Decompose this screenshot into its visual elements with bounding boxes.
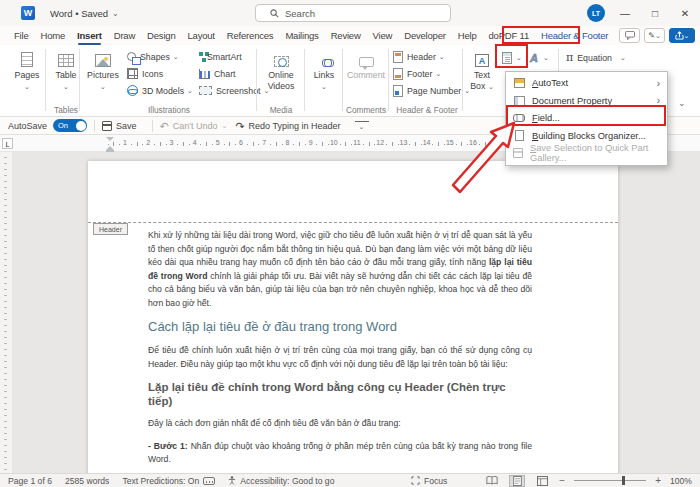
tab-stop-selector[interactable]: L xyxy=(2,138,13,149)
print-layout-button[interactable] xyxy=(509,475,525,487)
ribbon-group-illustrations: Pictures⌄ Shapes Icons 3D Models SmartAr… xyxy=(83,45,255,116)
screenshot-icon xyxy=(199,86,212,95)
links-button[interactable]: Links⌄ xyxy=(307,47,341,92)
zoom-level[interactable]: 100% xyxy=(670,476,692,486)
zoom-out-button[interactable]: − xyxy=(559,475,565,486)
focus-button[interactable]: Focus xyxy=(411,476,447,486)
footer-button[interactable]: Footer xyxy=(393,66,441,81)
ruler-number: 16 xyxy=(469,139,477,146)
text-predictions[interactable]: Text Predictions: On xyxy=(122,476,215,486)
smartart-button[interactable]: SmartArt xyxy=(199,49,242,64)
header-button[interactable]: Header xyxy=(393,49,445,64)
tab-design[interactable]: Design xyxy=(141,26,181,45)
status-bar: Page 1 of 6 2585 words Text Predictions:… xyxy=(0,473,700,487)
ruler-number: 3 xyxy=(169,139,173,146)
tab-dopdf-11[interactable]: doPDF 11 xyxy=(483,26,535,45)
autosave-toggle[interactable]: On xyxy=(53,119,87,132)
menu-item-building-blocks-organizer[interactable]: Building Blocks Organizer... xyxy=(506,127,667,145)
comment-button[interactable]: Comment xyxy=(345,47,387,81)
menu-item-autotext[interactable]: AutoText› xyxy=(506,75,667,93)
ruler-number: 11 xyxy=(353,139,360,146)
chart-button[interactable]: Chart xyxy=(199,66,236,81)
tab-draw[interactable]: Draw xyxy=(108,26,141,45)
header-boundary-line xyxy=(88,222,618,223)
ruler-tick xyxy=(206,142,207,146)
ruler-tick xyxy=(137,142,138,146)
ruler-tick xyxy=(154,144,155,145)
editing-mode-button[interactable]: ✎⌄ xyxy=(644,28,665,43)
zoom-in-button[interactable]: + xyxy=(655,475,661,486)
ruler-tick xyxy=(363,144,364,145)
tab-insert[interactable]: Insert xyxy=(71,26,108,45)
tab-help[interactable]: Help xyxy=(452,26,483,45)
ruler-tick xyxy=(189,144,190,145)
tab-references[interactable]: References xyxy=(221,26,280,45)
zoom-slider[interactable] xyxy=(574,480,646,481)
ribbon-tab-row: FileHomeInsertDrawDesignLayoutReferences… xyxy=(0,26,700,45)
menu-item-document-property[interactable]: Document Property› xyxy=(506,92,667,110)
smartart-icon xyxy=(199,52,203,56)
document-page[interactable]: Header Khi xử lý những tài liệu dài tron… xyxy=(88,161,618,473)
shapes-button[interactable]: Shapes xyxy=(127,49,179,64)
tab-developer[interactable]: Developer xyxy=(398,26,452,45)
customize-qat-button[interactable]: ⌄ xyxy=(355,121,369,131)
ruler-tick xyxy=(398,144,399,145)
quick-parts-button[interactable]: ⌄ xyxy=(502,50,522,65)
redo-button[interactable]: ↷Redo Typing in Header xyxy=(235,121,340,131)
doc-paragraph: - Bước 1: Nhấn đúp chuột vào khoảng trốn… xyxy=(148,440,532,467)
save-button[interactable]: Save xyxy=(102,121,137,131)
avatar[interactable]: LT xyxy=(587,4,605,22)
equation-button[interactable]: πEquation⌄ xyxy=(566,50,626,65)
ruler-tick xyxy=(456,144,457,145)
tab-view[interactable]: View xyxy=(367,26,399,45)
ruler-tick xyxy=(177,144,178,145)
text-predictions-icon xyxy=(203,477,215,485)
accessibility-status[interactable]: Accessibility: Good to go xyxy=(228,476,334,486)
text-box-button[interactable]: A TextBox ⌄ xyxy=(466,47,498,92)
equation-icon: π xyxy=(566,51,573,64)
comments-button[interactable] xyxy=(619,28,640,43)
tab-file[interactable]: File xyxy=(8,26,35,45)
undo-button[interactable]: ↶Can't Undo⌄ xyxy=(160,121,228,131)
tab-review[interactable]: Review xyxy=(325,26,367,45)
share-button[interactable]: ⌄ xyxy=(669,28,695,43)
close-button[interactable]: ✕ xyxy=(670,0,700,26)
maximize-button[interactable]: □ xyxy=(640,0,670,26)
wordart-button[interactable]: A⌄ xyxy=(530,50,549,65)
3d-models-button[interactable]: 3D Models xyxy=(127,83,193,98)
pages-button[interactable]: Pages⌄ xyxy=(8,47,46,92)
shapes-icon xyxy=(127,52,136,61)
minimize-button[interactable]: — xyxy=(610,0,640,26)
tab-header-footer[interactable]: Header & Footer xyxy=(535,26,614,45)
ruler-tick xyxy=(131,144,132,145)
ruler-tick xyxy=(282,144,283,145)
icons-button[interactable]: Icons xyxy=(127,66,163,81)
document-title[interactable]: Word • Saved xyxy=(50,8,108,19)
pictures-button[interactable]: Pictures⌄ xyxy=(83,47,123,92)
search-input[interactable]: Search xyxy=(255,4,451,22)
tab-mailings[interactable]: Mailings xyxy=(279,26,324,45)
icons-icon xyxy=(127,68,138,79)
redo-icon: ↷ xyxy=(235,121,244,131)
indent-marker[interactable] xyxy=(106,137,115,150)
zoom-slider-knob[interactable] xyxy=(622,476,625,485)
menu-item-save-selection-to-quick-part-gallery[interactable]: Save Selection to Quick Part Gallery... xyxy=(506,145,667,163)
page-indicator[interactable]: Page 1 of 6 xyxy=(8,476,52,486)
ruler-number: 12 xyxy=(376,139,384,146)
ruler-tick xyxy=(409,144,410,145)
read-mode-button[interactable] xyxy=(484,475,500,487)
page-number-button[interactable]: Page Number xyxy=(393,83,470,98)
focus-icon xyxy=(411,476,420,485)
vertical-ruler[interactable] xyxy=(0,152,12,473)
pictures-icon xyxy=(95,54,111,67)
print-layout-icon xyxy=(513,476,522,486)
ruler-number: 7 xyxy=(262,139,266,146)
menu-item-field[interactable]: Field... xyxy=(506,110,667,128)
chevron-down-icon: ⌄ xyxy=(112,9,119,18)
tab-layout[interactable]: Layout xyxy=(181,26,220,45)
word-count[interactable]: 2585 words xyxy=(65,476,109,486)
online-videos-button[interactable]: OnlineVideos xyxy=(259,47,303,91)
tab-home[interactable]: Home xyxy=(35,26,72,45)
web-layout-button[interactable] xyxy=(534,475,550,487)
collapse-ribbon-chevron[interactable]: ⌄ xyxy=(678,95,686,110)
